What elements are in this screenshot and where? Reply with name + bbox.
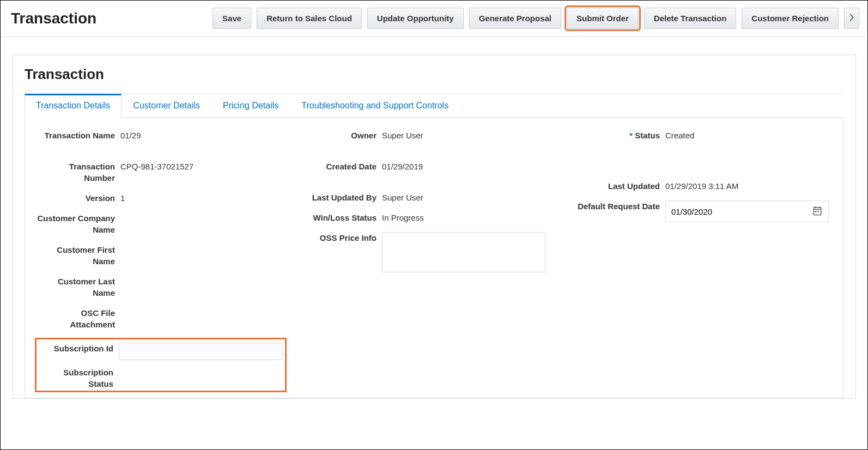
subscription-id-input[interactable] — [119, 343, 282, 360]
transaction-number-value: CPQ-981-37021527 — [120, 161, 193, 184]
last-updated-by-label: Last Updated By — [292, 192, 382, 203]
owner-value: Super User — [382, 130, 423, 141]
delete-transaction-button[interactable]: Delete Transaction — [644, 8, 736, 29]
last-updated-label: Last Updated — [570, 180, 665, 192]
tab-pricing-details[interactable]: Pricing Details — [211, 94, 290, 118]
win-loss-value: In Progress — [382, 212, 424, 223]
created-date-label: Created Date — [292, 161, 382, 172]
update-opportunity-button[interactable]: Update Opportunity — [367, 8, 464, 29]
version-value: 1 — [120, 192, 125, 204]
tab-troubleshooting[interactable]: Troubleshooting and Support Controls — [290, 94, 460, 118]
owner-label: Owner — [292, 130, 382, 141]
tab-bar: Transaction Details Customer Details Pri… — [25, 94, 843, 118]
customer-first-label: Customer First Name — [36, 244, 120, 267]
return-to-sales-cloud-button[interactable]: Return to Sales Cloud — [257, 8, 362, 29]
tab-customer-details[interactable]: Customer Details — [122, 94, 211, 118]
last-updated-value: 01/29/2019 3:11 AM — [665, 180, 738, 192]
panel-title: Transaction — [25, 66, 843, 94]
status-label: *Status — [570, 130, 665, 141]
customer-company-label: Customer Company Name — [36, 212, 120, 235]
last-updated-by-value: Super User — [382, 192, 423, 203]
created-date-value: 01/29/2019 — [382, 161, 423, 172]
version-label: Version — [36, 192, 120, 204]
customer-rejection-button[interactable]: Customer Rejection — [742, 8, 839, 29]
oss-price-label: OSS Price Info — [292, 232, 382, 272]
submit-order-button[interactable]: Submit Order — [567, 8, 639, 29]
tab-transaction-details[interactable]: Transaction Details — [25, 94, 122, 118]
subscription-id-label: Subscription Id — [38, 343, 119, 360]
subscription-highlight: Subscription Id Subscription Status — [35, 338, 287, 392]
subscription-status-label: Subscription Status — [38, 367, 119, 390]
status-value: Created — [665, 130, 694, 141]
chevron-right-icon — [848, 14, 855, 23]
calendar-icon[interactable] — [812, 205, 823, 218]
oss-price-input[interactable] — [382, 232, 545, 272]
transaction-name-value: 01/29 — [120, 130, 141, 141]
transaction-name-label: Transaction Name — [36, 130, 120, 141]
page-title: Transaction — [9, 10, 96, 27]
default-request-date-input[interactable] — [671, 207, 812, 216]
win-loss-label: Win/Loss Status — [292, 212, 382, 223]
default-request-date-label: Default Request Date — [570, 200, 665, 222]
toolbar-next-button[interactable] — [844, 8, 859, 29]
transaction-number-label: Transaction Number — [36, 161, 120, 184]
save-button[interactable]: Save — [213, 8, 251, 29]
osc-file-label: OSC File Attachment — [36, 307, 120, 330]
customer-last-label: Customer Last Name — [36, 276, 120, 299]
default-request-date-field[interactable] — [665, 200, 829, 222]
required-indicator: * — [629, 131, 633, 140]
generate-proposal-button[interactable]: Generate Proposal — [469, 8, 561, 29]
